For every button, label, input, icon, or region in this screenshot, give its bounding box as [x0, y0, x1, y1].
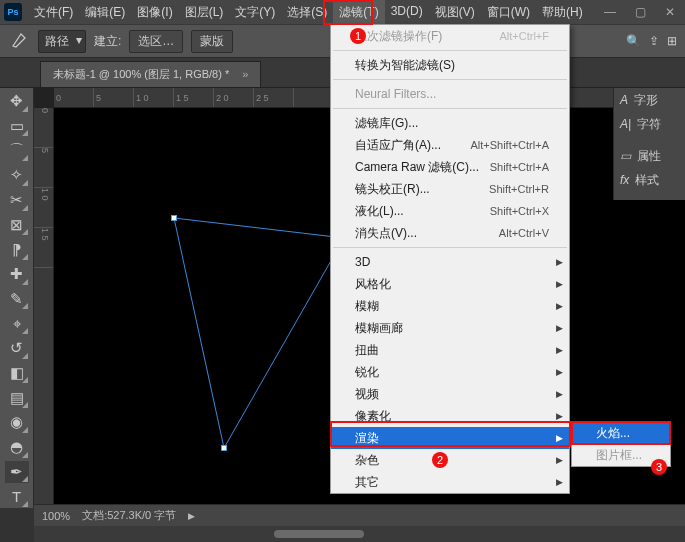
menu-item-label: 消失点(V)... [355, 225, 417, 242]
shortcut: Shift+Ctrl+X [490, 205, 549, 217]
menu-item-自适应广角(A)...[interactable]: 自适应广角(A)...Alt+Shift+Ctrl+A [331, 134, 569, 156]
menu-item-液化(L)...[interactable]: 液化(L)...Shift+Ctrl+X [331, 200, 569, 222]
menu-item-镜头校正(R)...[interactable]: 镜头校正(R)...Shift+Ctrl+R [331, 178, 569, 200]
shortcut: Alt+Shift+Ctrl+A [470, 139, 549, 151]
filter-menu-dropdown: 上次滤镜操作(F)Alt+Ctrl+F转换为智能滤镜(S)Neural Filt… [330, 24, 570, 494]
panel-icon: ▭ [620, 149, 631, 163]
clone-tool[interactable]: ⌖ [5, 312, 29, 335]
shortcut: Alt+Ctrl+F [499, 30, 549, 42]
lasso-tool[interactable]: ⌒ [5, 139, 29, 162]
menu-item-label: 渲染 [355, 430, 379, 447]
menu-item-渲染[interactable]: 渲染 [331, 427, 569, 449]
ruler-tick: 1 0 [134, 88, 174, 107]
eyedropper-tool[interactable]: ⁋ [5, 238, 29, 261]
share-icon[interactable]: ⇪ [649, 34, 659, 48]
blur-tool[interactable]: ◉ [5, 411, 29, 434]
minimize-button[interactable]: — [595, 0, 625, 24]
menu-文件(F)[interactable]: 文件(F) [28, 0, 79, 25]
menu-item-模糊[interactable]: 模糊 [331, 295, 569, 317]
menu-item-滤镜库(G)...[interactable]: 滤镜库(G)... [331, 112, 569, 134]
dodge-tool[interactable]: ◓ [5, 436, 29, 459]
panel-属性[interactable]: ▭属性 [614, 144, 685, 168]
menu-item-label: 上次滤镜操作(F) [355, 28, 442, 45]
panel-字符[interactable]: A|字符 [614, 112, 685, 136]
ruler-tick: 1 5 [174, 88, 214, 107]
menu-item-label: 锐化 [355, 364, 379, 381]
panel-样式[interactable]: fx样式 [614, 168, 685, 192]
menu-item-label: 风格化 [355, 276, 391, 293]
menu-item-label: 3D [355, 255, 370, 269]
crop-tool[interactable]: ✂ [5, 189, 29, 212]
pen-tool-icon [8, 30, 30, 52]
app-icon: Ps [4, 3, 22, 21]
marquee-tool[interactable]: ▭ [5, 115, 29, 138]
menu-图层(L)[interactable]: 图层(L) [179, 0, 230, 25]
panel-字形[interactable]: A字形 [614, 88, 685, 112]
menu-item-Camera Raw 滤镜(C)...[interactable]: Camera Raw 滤镜(C)...Shift+Ctrl+A [331, 156, 569, 178]
annotation-1: 1 [350, 28, 366, 44]
menu-item-label: 视频 [355, 386, 379, 403]
menu-3D(D)[interactable]: 3D(D) [385, 0, 429, 25]
menu-选择(S)[interactable]: 选择(S) [281, 0, 333, 25]
ruler-tick: 1 0 [34, 188, 53, 228]
zoom-level[interactable]: 100% [42, 510, 70, 522]
shortcut: Shift+Ctrl+A [490, 161, 549, 173]
menu-item-其它[interactable]: 其它 [331, 471, 569, 493]
pen-tool[interactable]: ✒ [5, 461, 29, 484]
ruler-tick: 0 [34, 108, 53, 148]
menu-图像(I)[interactable]: 图像(I) [131, 0, 178, 25]
document-tab[interactable]: 未标题-1 @ 100% (图层 1, RGB/8) * [40, 61, 261, 87]
path-anchor[interactable] [221, 445, 227, 451]
menu-item-label: 扭曲 [355, 342, 379, 359]
maximize-button[interactable]: ▢ [625, 0, 655, 24]
gradient-tool[interactable]: ▤ [5, 386, 29, 409]
ruler-tick: 5 [94, 88, 134, 107]
menu-帮助(H)[interactable]: 帮助(H) [536, 0, 589, 25]
workspace-icon[interactable]: ⊞ [667, 34, 677, 48]
menu-item-label: 滤镜库(G)... [355, 115, 418, 132]
close-button[interactable]: ✕ [655, 0, 685, 24]
menu-item-3D[interactable]: 3D [331, 251, 569, 273]
heal-tool[interactable]: ✚ [5, 263, 29, 286]
path-anchor[interactable] [171, 215, 177, 221]
move-tool[interactable]: ✥ [5, 90, 29, 113]
panel-icon: A| [620, 117, 631, 131]
make-mask-button[interactable]: 蒙版 [191, 30, 233, 53]
menu-item-锐化[interactable]: 锐化 [331, 361, 569, 383]
panel-icon: fx [620, 173, 629, 187]
quick-select-tool[interactable]: ✧ [5, 164, 29, 187]
doc-info: 文档:527.3K/0 字节 [82, 508, 176, 523]
menu-文字(Y)[interactable]: 文字(Y) [229, 0, 281, 25]
menu-item-视频[interactable]: 视频 [331, 383, 569, 405]
menubar: Ps 文件(F)编辑(E)图像(I)图层(L)文字(Y)选择(S)滤镜(T)3D… [0, 0, 685, 24]
menu-item-label: 模糊 [355, 298, 379, 315]
ruler-vertical: 051 01 5 [34, 108, 54, 508]
path-mode-select[interactable]: 路径 [38, 30, 86, 53]
history-brush-tool[interactable]: ↺ [5, 337, 29, 360]
menu-item-label: 其它 [355, 474, 379, 491]
make-selection-button[interactable]: 选区… [129, 30, 183, 53]
window-controls: — ▢ ✕ [595, 0, 685, 24]
menu-item-模糊画廊[interactable]: 模糊画廊 [331, 317, 569, 339]
menu-item-风格化[interactable]: 风格化 [331, 273, 569, 295]
menu-滤镜(T)[interactable]: 滤镜(T) [333, 0, 384, 25]
type-tool[interactable]: T [5, 485, 29, 508]
menu-item-消失点(V)...[interactable]: 消失点(V)...Alt+Ctrl+V [331, 222, 569, 244]
menu-item-转换为智能滤镜(S)[interactable]: 转换为智能滤镜(S) [331, 54, 569, 76]
menu-item-Neural Filters...: Neural Filters... [331, 83, 569, 105]
menu-视图(V)[interactable]: 视图(V) [429, 0, 481, 25]
menu-item-label: 转换为智能滤镜(S) [355, 57, 455, 74]
menu-item-杂色[interactable]: 杂色 [331, 449, 569, 471]
search-icon[interactable]: 🔍 [626, 34, 641, 48]
brush-tool[interactable]: ✎ [5, 288, 29, 311]
menu-窗口(W)[interactable]: 窗口(W) [481, 0, 536, 25]
horizontal-scrollbar[interactable] [34, 526, 685, 542]
submenu-item-火焰...[interactable]: 火焰... [572, 422, 670, 444]
menu-item-像素化[interactable]: 像素化 [331, 405, 569, 427]
menu-item-label: 像素化 [355, 408, 391, 425]
menu-item-扭曲[interactable]: 扭曲 [331, 339, 569, 361]
shortcut: Alt+Ctrl+V [499, 227, 549, 239]
eraser-tool[interactable]: ◧ [5, 362, 29, 385]
frame-tool[interactable]: ⊠ [5, 214, 29, 237]
menu-编辑(E)[interactable]: 编辑(E) [79, 0, 131, 25]
